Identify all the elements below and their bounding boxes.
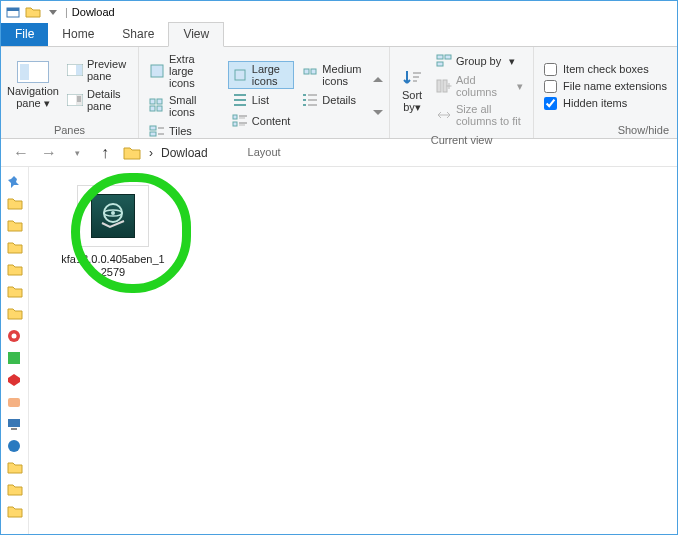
svg-rect-41 — [437, 62, 443, 66]
current-view-group-label: Current view — [390, 133, 533, 148]
file-name: kfa18.0.0.405aben_12579 — [59, 253, 167, 279]
svg-rect-40 — [445, 55, 451, 59]
sort-icon — [401, 67, 423, 89]
svg-rect-1 — [7, 8, 19, 11]
app-icon[interactable] — [7, 351, 23, 367]
chevron-down-icon: ▾ — [415, 101, 421, 113]
preview-pane-icon — [67, 62, 83, 78]
tab-view[interactable]: View — [168, 22, 224, 47]
svg-rect-42 — [437, 80, 441, 92]
details-pane-icon — [67, 92, 83, 108]
svg-rect-13 — [157, 106, 162, 111]
chevron-down-icon: ▾ — [509, 55, 515, 68]
svg-rect-10 — [150, 99, 155, 104]
file-item[interactable]: kfa18.0.0.405aben_12579 — [59, 185, 167, 279]
sort-by-button[interactable]: Sort by▾ — [396, 51, 428, 129]
checkbox-icon[interactable] — [544, 97, 557, 110]
svg-rect-15 — [150, 132, 156, 136]
folder-icon[interactable] — [7, 263, 23, 279]
nav-back-button: ← — [11, 144, 31, 162]
nav-up-button[interactable]: ↑ — [95, 144, 115, 162]
svg-rect-48 — [8, 352, 20, 364]
layout-more-icon[interactable] — [373, 108, 383, 116]
layout-content[interactable]: Content — [228, 111, 295, 131]
preview-pane-label: Preview pane — [87, 58, 128, 82]
layout-extra-large[interactable]: Extra large icons — [145, 51, 224, 91]
folder-icon[interactable] — [7, 241, 23, 257]
svg-rect-39 — [437, 55, 443, 59]
show-hide-group-label: Show/hide — [534, 123, 677, 138]
svg-rect-3 — [76, 65, 82, 75]
navigation-pane-icon — [17, 61, 49, 83]
content-area: kfa18.0.0.405aben_12579 — [1, 167, 677, 534]
svg-rect-28 — [304, 69, 309, 74]
layout-tiles[interactable]: Tiles — [145, 121, 224, 141]
system-menu-icon[interactable] — [5, 4, 21, 20]
folder-icon[interactable] — [7, 505, 23, 521]
svg-rect-14 — [150, 126, 156, 130]
ribbon-tabs: File Home Share View — [1, 23, 677, 47]
title-separator: | — [65, 6, 68, 18]
navigation-pane-label: Navigation pane — [7, 85, 59, 109]
svg-rect-12 — [150, 106, 155, 111]
svg-rect-30 — [303, 94, 306, 96]
panes-group-label: Panes — [1, 123, 138, 138]
app-icon[interactable] — [7, 395, 23, 411]
svg-rect-11 — [157, 99, 162, 104]
svg-point-47 — [11, 334, 16, 339]
app-icon[interactable] — [7, 373, 23, 389]
checkbox-icon[interactable] — [544, 80, 557, 93]
folder-icon[interactable] — [7, 307, 23, 323]
folder-icon[interactable] — [7, 197, 23, 213]
quick-access-dropdown[interactable] — [45, 4, 61, 20]
quick-access-sidebar — [1, 167, 29, 534]
svg-rect-22 — [233, 115, 237, 119]
svg-rect-25 — [233, 122, 237, 126]
folder-icon[interactable] — [7, 285, 23, 301]
nav-forward-button: → — [39, 144, 59, 162]
file-list-pane[interactable]: kfa18.0.0.405aben_12579 — [29, 167, 677, 534]
tab-share[interactable]: Share — [108, 23, 168, 46]
checkbox-icon[interactable] — [544, 63, 557, 76]
breadcrumb-location[interactable]: Dowload — [161, 146, 208, 160]
layout-small-icons[interactable]: Small icons — [145, 92, 224, 120]
details-pane-button[interactable]: Details pane — [63, 86, 132, 114]
add-columns-button: Add columns ▾ — [432, 72, 527, 100]
folder-icon[interactable] — [7, 483, 23, 499]
group-by-button[interactable]: Group by ▾ — [432, 51, 527, 71]
chevron-down-icon: ▾ — [44, 97, 50, 109]
svg-rect-34 — [303, 104, 306, 106]
app-icon[interactable] — [7, 439, 23, 455]
svg-rect-9 — [151, 65, 163, 77]
window-title: Dowload — [72, 6, 115, 18]
svg-rect-51 — [11, 428, 17, 430]
navigation-pane-button[interactable]: Navigation pane ▾ — [7, 51, 59, 119]
layout-list[interactable]: List — [228, 90, 295, 110]
folder-icon[interactable] — [7, 219, 23, 235]
nav-recent-dropdown[interactable]: ▾ — [67, 148, 87, 158]
tab-file[interactable]: File — [1, 23, 48, 46]
file-thumbnail — [77, 185, 149, 247]
scroll-up-icon[interactable] — [373, 76, 383, 84]
svg-point-52 — [8, 440, 20, 452]
layout-medium-icons[interactable]: Medium icons — [298, 61, 367, 89]
folder-icon[interactable] — [123, 145, 141, 161]
folder-icon[interactable] — [7, 461, 23, 477]
ribbon: Navigation pane ▾ Preview pane Details p… — [1, 47, 677, 139]
size-columns-button: Size all columns to fit — [432, 101, 527, 129]
svg-point-55 — [111, 211, 115, 215]
file-extensions-toggle[interactable]: File name extensions — [540, 79, 671, 94]
layout-details[interactable]: Details — [298, 90, 367, 110]
svg-rect-18 — [235, 70, 245, 80]
preview-pane-button[interactable]: Preview pane — [63, 56, 132, 84]
app-icon[interactable] — [7, 329, 23, 345]
installer-icon — [91, 194, 135, 238]
svg-rect-50 — [8, 419, 20, 427]
pin-icon[interactable] — [7, 175, 23, 191]
item-check-boxes-toggle[interactable]: Item check boxes — [540, 62, 671, 77]
tab-home[interactable]: Home — [48, 23, 108, 46]
hidden-items-toggle[interactable]: Hidden items — [540, 96, 671, 111]
breadcrumb-separator[interactable]: › — [149, 146, 153, 160]
this-pc-icon[interactable] — [7, 417, 23, 433]
layout-large-icons[interactable]: Large icons — [228, 61, 295, 89]
